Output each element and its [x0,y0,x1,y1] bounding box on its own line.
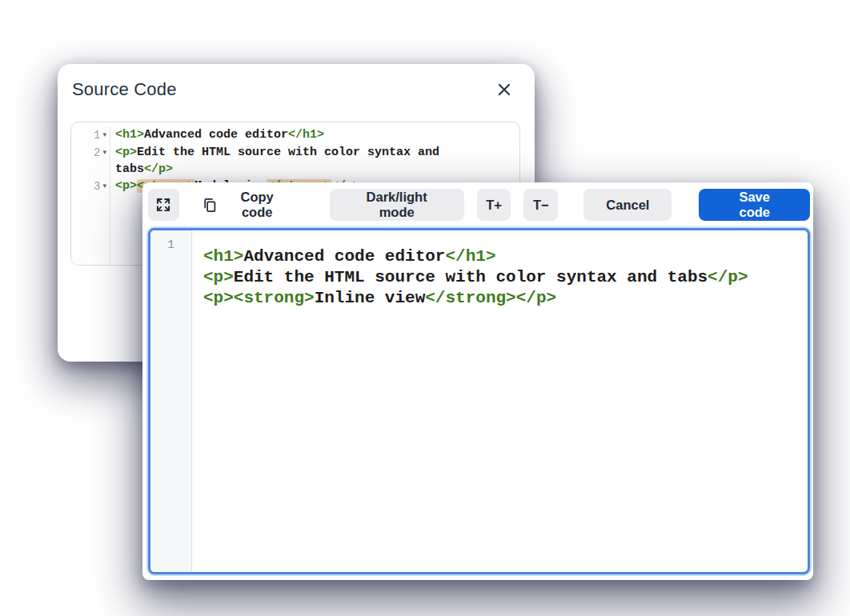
code-text: Advanced code editor [243,247,445,266]
line-number[interactable]: 3▾ [71,178,110,195]
editor-toolbar: Copy code Dark/light mode T+ T− Cancel S… [148,189,810,221]
code-line[interactable]: <h1>Advanced code editor</h1> [110,126,519,144]
code-tag: <strong> [234,289,315,307]
code-line[interactable]: <h1>Advanced code editor</h1> [203,246,801,267]
code-tag: </h1> [288,128,324,142]
close-button[interactable] [495,80,514,99]
gutter-filler [71,195,110,265]
code-tag: <h1> [115,128,144,142]
code-text: Advanced code editor [144,128,288,142]
code-text: Inline view [315,289,426,307]
copy-code-button[interactable]: Copy code [194,189,298,221]
code-text: tabs [115,162,144,176]
fold-arrow-icon[interactable]: ▾ [102,182,106,190]
code-text: Edit the HTML source with color syntax a… [234,268,708,286]
code-tag: <h1> [203,247,243,266]
code-line[interactable]: <p>Edit the HTML source with color synta… [110,144,519,178]
code-line[interactable]: <p><strong>Inline view</strong></p> [203,288,801,309]
cancel-button[interactable]: Cancel [583,189,672,221]
code-tag: </p> [708,268,748,286]
code-text: Edit the HTML source with color syntax a… [137,146,439,159]
code-tag: <p> [203,289,234,307]
expand-icon [155,197,171,213]
code-area[interactable]: <h1>Advanced code editor</h1><p>Edit the… [192,230,808,572]
code-tag: </h1> [445,247,495,266]
inline-code-editor[interactable]: 1 <h1>Advanced code editor</h1><p>Edit t… [148,228,810,574]
modal-header: Source Code [58,64,535,100]
font-size-increase-button[interactable]: T+ [477,189,511,221]
line-number[interactable]: 1▾ [71,126,110,144]
dark-light-mode-button[interactable]: Dark/light mode [330,189,464,221]
expand-button[interactable] [148,189,179,221]
code-tag: </p> [516,289,556,307]
fold-arrow-icon[interactable]: ▾ [102,130,106,138]
code-tag: <p> [203,268,234,286]
line-number-gutter: 1 [150,230,192,572]
fold-arrow-icon[interactable]: ▾ [102,148,106,156]
save-code-button[interactable]: Save code [699,189,810,221]
code-tag: <p> [115,146,137,159]
code-tag: </p> [144,162,173,176]
code-tag: </strong> [425,289,515,307]
close-icon [497,82,511,97]
modal-title: Source Code [72,79,177,100]
copy-icon [202,197,218,214]
inline-editor-panel: Copy code Dark/light mode T+ T− Cancel S… [142,182,813,580]
font-size-decrease-button[interactable]: T− [523,189,558,221]
line-number[interactable]: 2▾ [71,144,110,178]
code-line[interactable]: <p>Edit the HTML source with color synta… [203,267,801,288]
line-number: 1 [167,238,174,252]
copy-code-label: Copy code [225,190,290,220]
code-tag: <p> [115,179,137,193]
